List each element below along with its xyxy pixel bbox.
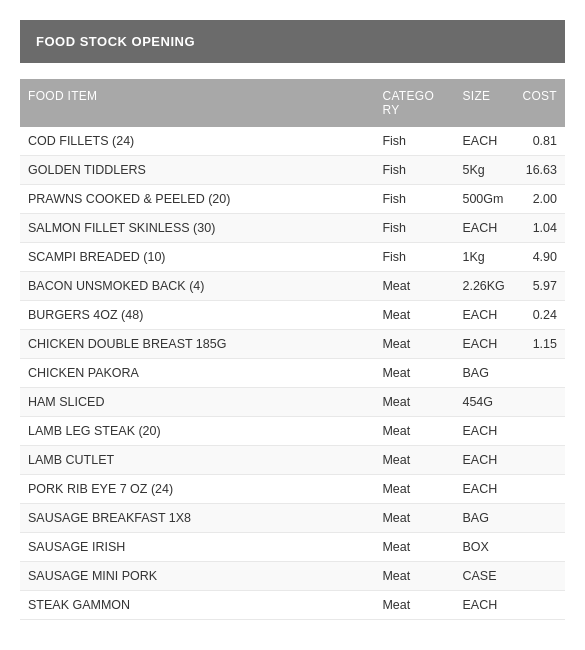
cell-food-item: SAUSAGE MINI PORK <box>20 562 374 591</box>
cell-category: Meat <box>374 272 454 301</box>
cell-food-item: SAUSAGE BREAKFAST 1X8 <box>20 504 374 533</box>
page-title: FOOD STOCK OPENING <box>36 34 195 49</box>
cell-size: BAG <box>454 504 514 533</box>
cell-food-item: CHICKEN PAKORA <box>20 359 374 388</box>
cell-cost <box>514 591 565 620</box>
cell-cost <box>514 359 565 388</box>
cell-size: 5Kg <box>454 156 514 185</box>
cell-cost: 5.97 <box>514 272 565 301</box>
cell-cost <box>514 417 565 446</box>
cell-size: 454G <box>454 388 514 417</box>
cell-cost: 2.00 <box>514 185 565 214</box>
cell-size: EACH <box>454 591 514 620</box>
cell-category: Fish <box>374 243 454 272</box>
cell-category: Meat <box>374 359 454 388</box>
cell-size: EACH <box>454 475 514 504</box>
table-row: CHICKEN PAKORAMeatBAG <box>20 359 565 388</box>
cell-category: Meat <box>374 301 454 330</box>
cell-food-item: COD FILLETS (24) <box>20 127 374 156</box>
cell-size: 2.26KG <box>454 272 514 301</box>
col-header-cost: COST <box>514 79 565 127</box>
cell-category: Meat <box>374 417 454 446</box>
cell-food-item: PORK RIB EYE 7 OZ (24) <box>20 475 374 504</box>
cell-food-item: SCAMPI BREADED (10) <box>20 243 374 272</box>
cell-size: BAG <box>454 359 514 388</box>
table-row: BACON UNSMOKED BACK (4)Meat2.26KG5.97 <box>20 272 565 301</box>
table-body: COD FILLETS (24)FishEACH0.81GOLDEN TIDDL… <box>20 127 565 620</box>
table-row: PORK RIB EYE 7 OZ (24)MeatEACH <box>20 475 565 504</box>
cell-category: Meat <box>374 475 454 504</box>
title-bar: FOOD STOCK OPENING <box>20 20 565 63</box>
cell-cost <box>514 388 565 417</box>
cell-cost: 0.24 <box>514 301 565 330</box>
cell-size: EACH <box>454 127 514 156</box>
table-row: PRAWNS COOKED & PEELED (20)Fish500Gm2.00 <box>20 185 565 214</box>
page-wrapper: FOOD STOCK OPENING FOOD ITEM CATEGO RY S… <box>0 0 585 650</box>
col-header-food-item: FOOD ITEM <box>20 79 374 127</box>
table-row: SALMON FILLET SKINLESS (30)FishEACH1.04 <box>20 214 565 243</box>
cell-category: Meat <box>374 330 454 359</box>
cell-category: Meat <box>374 388 454 417</box>
table-row: HAM SLICEDMeat454G <box>20 388 565 417</box>
cell-size: EACH <box>454 301 514 330</box>
table-container: FOOD ITEM CATEGO RY SIZE COST COD FILLET… <box>20 79 565 620</box>
table-row: SCAMPI BREADED (10)Fish1Kg4.90 <box>20 243 565 272</box>
cell-category: Meat <box>374 533 454 562</box>
cell-food-item: STEAK GAMMON <box>20 591 374 620</box>
table-header-row: FOOD ITEM CATEGO RY SIZE COST <box>20 79 565 127</box>
cell-food-item: BACON UNSMOKED BACK (4) <box>20 272 374 301</box>
table-row: COD FILLETS (24)FishEACH0.81 <box>20 127 565 156</box>
cell-food-item: SALMON FILLET SKINLESS (30) <box>20 214 374 243</box>
cell-cost <box>514 562 565 591</box>
cell-food-item: LAMB LEG STEAK (20) <box>20 417 374 446</box>
cell-food-item: LAMB CUTLET <box>20 446 374 475</box>
cell-category: Fish <box>374 156 454 185</box>
cell-cost <box>514 504 565 533</box>
cell-cost: 1.04 <box>514 214 565 243</box>
col-header-size: SIZE <box>454 79 514 127</box>
cell-size: CASE <box>454 562 514 591</box>
cell-size: EACH <box>454 330 514 359</box>
table-row: STEAK GAMMONMeatEACH <box>20 591 565 620</box>
cell-food-item: HAM SLICED <box>20 388 374 417</box>
cell-size: 1Kg <box>454 243 514 272</box>
cell-food-item: CHICKEN DOUBLE BREAST 185G <box>20 330 374 359</box>
cell-category: Meat <box>374 446 454 475</box>
cell-size: EACH <box>454 446 514 475</box>
cell-cost <box>514 533 565 562</box>
cell-size: EACH <box>454 417 514 446</box>
cell-food-item: SAUSAGE IRISH <box>20 533 374 562</box>
table-row: BURGERS 4OZ (48)MeatEACH0.24 <box>20 301 565 330</box>
col-header-category: CATEGO RY <box>374 79 454 127</box>
cell-size: 500Gm <box>454 185 514 214</box>
cell-category: Fish <box>374 214 454 243</box>
table-row: GOLDEN TIDDLERSFish5Kg16.63 <box>20 156 565 185</box>
cell-food-item: BURGERS 4OZ (48) <box>20 301 374 330</box>
cell-cost: 4.90 <box>514 243 565 272</box>
cell-cost: 1.15 <box>514 330 565 359</box>
cell-size: EACH <box>454 214 514 243</box>
table-row: LAMB CUTLETMeatEACH <box>20 446 565 475</box>
cell-category: Meat <box>374 591 454 620</box>
cell-size: BOX <box>454 533 514 562</box>
cell-cost <box>514 475 565 504</box>
cell-category: Meat <box>374 504 454 533</box>
table-row: LAMB LEG STEAK (20)MeatEACH <box>20 417 565 446</box>
cell-cost: 16.63 <box>514 156 565 185</box>
cell-category: Meat <box>374 562 454 591</box>
cell-category: Fish <box>374 127 454 156</box>
table-row: SAUSAGE MINI PORKMeatCASE <box>20 562 565 591</box>
cell-category: Fish <box>374 185 454 214</box>
table-row: SAUSAGE BREAKFAST 1X8MeatBAG <box>20 504 565 533</box>
table-row: CHICKEN DOUBLE BREAST 185GMeatEACH1.15 <box>20 330 565 359</box>
cell-cost <box>514 446 565 475</box>
cell-food-item: PRAWNS COOKED & PEELED (20) <box>20 185 374 214</box>
food-stock-table: FOOD ITEM CATEGO RY SIZE COST COD FILLET… <box>20 79 565 620</box>
cell-cost: 0.81 <box>514 127 565 156</box>
cell-food-item: GOLDEN TIDDLERS <box>20 156 374 185</box>
table-row: SAUSAGE IRISHMeatBOX <box>20 533 565 562</box>
